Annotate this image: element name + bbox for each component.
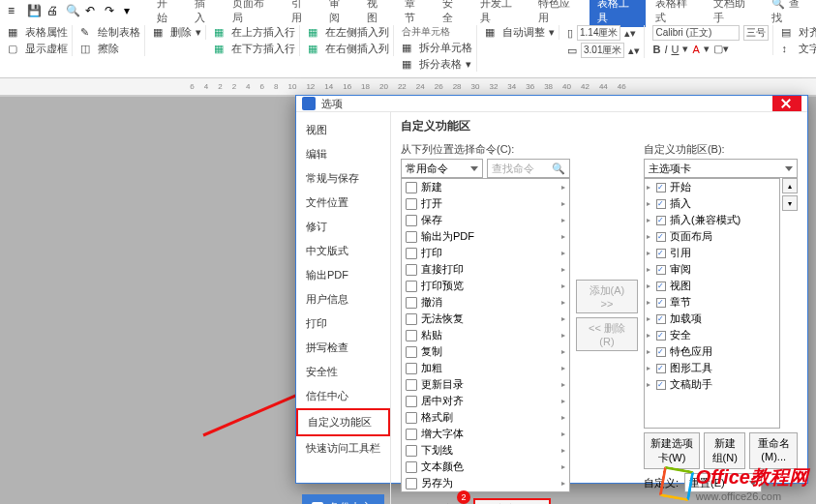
text-direction[interactable]: ↕文字方向▾ xyxy=(781,42,816,56)
nav-outputpdf[interactable]: 输出PDF xyxy=(296,263,390,287)
tree-item[interactable]: ✓视图 xyxy=(645,278,779,294)
highlight-button[interactable]: ▢▾ xyxy=(713,43,729,55)
move-down-button[interactable]: ▾ xyxy=(782,195,798,211)
nav-general[interactable]: 常规与保存 xyxy=(296,166,390,191)
backup-center[interactable]: 备份中心 xyxy=(302,494,384,504)
tab-devtools[interactable]: 开发工具 xyxy=(472,0,529,27)
table-properties[interactable]: ▦表格属性 xyxy=(8,25,68,40)
close-button[interactable] xyxy=(772,96,801,111)
tab-reference[interactable]: 引用 xyxy=(284,0,319,27)
eraser[interactable]: ◫擦除 xyxy=(80,42,140,56)
customize-shortcut-button[interactable]: 自定义(T)... xyxy=(473,498,551,504)
checkbox[interactable]: ✓ xyxy=(656,314,666,324)
split-cells[interactable]: ▦拆分单元格 xyxy=(402,41,472,55)
command-item[interactable]: 粘贴▸ xyxy=(402,327,569,343)
size-select[interactable]: 三号 xyxy=(743,25,769,41)
search-commands-input[interactable]: 查找命令🔍 xyxy=(487,159,569,178)
command-item[interactable]: 加粗▸ xyxy=(402,360,569,376)
command-item[interactable]: 保存▸ xyxy=(402,212,569,228)
ribbon-scope-select[interactable]: 主选项卡 xyxy=(644,159,798,178)
command-item[interactable]: 输出为PDF▸ xyxy=(402,228,569,245)
checkbox[interactable]: ✓ xyxy=(656,331,666,341)
tree-item[interactable]: ✓引用 xyxy=(645,245,779,261)
nav-cntype[interactable]: 中文版式 xyxy=(296,239,390,263)
save-icon[interactable]: 💾 xyxy=(27,4,41,17)
checkbox[interactable]: ✓ xyxy=(656,298,666,308)
align-button[interactable]: ▤对齐方式▾ xyxy=(781,25,816,40)
checkbox[interactable]: ✓ xyxy=(656,265,666,275)
font-color-button[interactable]: A xyxy=(692,44,699,55)
command-item[interactable]: 新建▸ xyxy=(402,179,569,195)
command-item[interactable]: 格式刷▸ xyxy=(402,409,569,426)
command-item[interactable]: 更新目录▸ xyxy=(402,376,569,393)
tree-item[interactable]: ✓插入 xyxy=(645,195,779,212)
search-label[interactable]: 🔍 查找 xyxy=(764,0,816,27)
tab-pagelayout[interactable]: 页面布局 xyxy=(225,0,281,27)
command-item[interactable]: 直接打印▸ xyxy=(402,261,569,278)
italic-button[interactable]: I xyxy=(664,44,667,55)
nav-edit[interactable]: 编辑 xyxy=(296,142,390,166)
nav-customize-ribbon[interactable]: 自定义功能区 xyxy=(296,408,390,436)
commands-list[interactable]: 新建▸打开▸保存▸输出为PDF▸打印▸直接打印▸打印预览▸撤消▸无法恢复▸粘贴▸… xyxy=(401,178,570,492)
nav-revise[interactable]: 修订 xyxy=(296,215,390,239)
col-width[interactable]: ▭ 3.01厘米 ▴▾ xyxy=(567,43,640,58)
command-item[interactable]: 下划线▸ xyxy=(402,442,569,459)
nav-userinfo[interactable]: 用户信息 xyxy=(296,287,390,311)
undo-icon[interactable]: ↶ xyxy=(85,4,99,17)
dropdown-icon[interactable]: ▾ xyxy=(124,4,137,17)
tab-chapter[interactable]: 章节 xyxy=(397,0,433,27)
show-gridlines[interactable]: ▢显示虚框 xyxy=(8,42,68,56)
nav-trust[interactable]: 信任中心 xyxy=(296,384,390,408)
tree-item[interactable]: ✓安全 xyxy=(645,327,779,343)
command-item[interactable]: 撤消▸ xyxy=(402,294,569,311)
tree-item[interactable]: ✓章节 xyxy=(645,294,779,311)
checkbox[interactable]: ✓ xyxy=(656,216,666,225)
nav-spell[interactable]: 拼写检查 xyxy=(296,336,390,360)
command-item[interactable]: 打开▸ xyxy=(402,195,569,212)
merge-cells[interactable]: 合并单元格 xyxy=(402,25,472,39)
row-height[interactable]: ▯ 1.14厘米 ▴▾ xyxy=(567,25,640,41)
command-item[interactable]: 打印预览▸ xyxy=(402,278,569,294)
tree-item[interactable]: ✓审阅 xyxy=(645,261,779,278)
command-item[interactable]: 居中对齐▸ xyxy=(402,393,569,409)
command-item[interactable]: 打印▸ xyxy=(402,245,569,261)
checkbox[interactable]: ✓ xyxy=(656,364,666,373)
tab-security[interactable]: 安全 xyxy=(435,0,470,27)
checkbox[interactable]: ✓ xyxy=(656,380,666,390)
checkbox[interactable]: ✓ xyxy=(656,282,666,291)
insert-row-above[interactable]: ▦在上方插入行 xyxy=(214,25,295,40)
checkbox[interactable]: ✓ xyxy=(656,183,666,193)
tab-start[interactable]: 开始 xyxy=(149,0,185,27)
bold-button[interactable]: B xyxy=(652,44,660,55)
nav-filelocation[interactable]: 文件位置 xyxy=(296,191,390,215)
nav-security[interactable]: 安全性 xyxy=(296,360,390,384)
preview-icon[interactable]: 🔍 xyxy=(66,4,79,17)
checkbox[interactable]: ✓ xyxy=(656,347,666,357)
tree-item[interactable]: ✓插入(兼容模式) xyxy=(645,212,779,228)
add-button[interactable]: 添加(A) >> xyxy=(576,280,638,313)
insert-row-below[interactable]: ▦在下方插入行 xyxy=(214,42,295,56)
command-item[interactable]: 增大字体▸ xyxy=(402,426,569,442)
split-table[interactable]: ▦拆分表格▾ xyxy=(402,57,472,72)
tab-review[interactable]: 审阅 xyxy=(321,0,357,27)
command-item[interactable]: 另存为▸ xyxy=(402,475,569,491)
ribbon-tree[interactable]: ✓开始✓插入✓插入(兼容模式)✓页面布局✓引用✓审阅✓视图✓章节✓加载项✓安全✓… xyxy=(644,178,780,429)
checkbox[interactable]: ✓ xyxy=(656,199,666,209)
tree-item[interactable]: ✓图形工具 xyxy=(645,360,779,376)
move-up-button[interactable]: ▴ xyxy=(782,178,798,193)
insert-col-left[interactable]: ▦在左侧插入列 xyxy=(308,25,389,40)
command-item[interactable]: 文本颜色▸ xyxy=(402,459,569,475)
tree-item[interactable]: ✓页面布局 xyxy=(645,228,779,245)
nav-qat[interactable]: 快速访问工具栏 xyxy=(296,436,390,460)
checkbox[interactable]: ✓ xyxy=(656,249,666,258)
tab-insert[interactable]: 插入 xyxy=(187,0,223,27)
tab-tabletools[interactable]: 表格工具 xyxy=(589,0,646,27)
print-icon[interactable]: 🖨 xyxy=(46,4,60,17)
tree-item[interactable]: ✓开始 xyxy=(645,179,779,195)
insert-col-right[interactable]: ▦在右侧插入列 xyxy=(308,42,389,56)
tree-item[interactable]: ✓特色应用 xyxy=(645,343,779,360)
tab-view[interactable]: 视图 xyxy=(359,0,395,27)
draw-table[interactable]: ✎绘制表格 xyxy=(80,25,140,40)
delete-button[interactable]: ▦删除▾ xyxy=(153,25,201,40)
tab-tablestyle[interactable]: 表格样式 xyxy=(648,0,704,27)
